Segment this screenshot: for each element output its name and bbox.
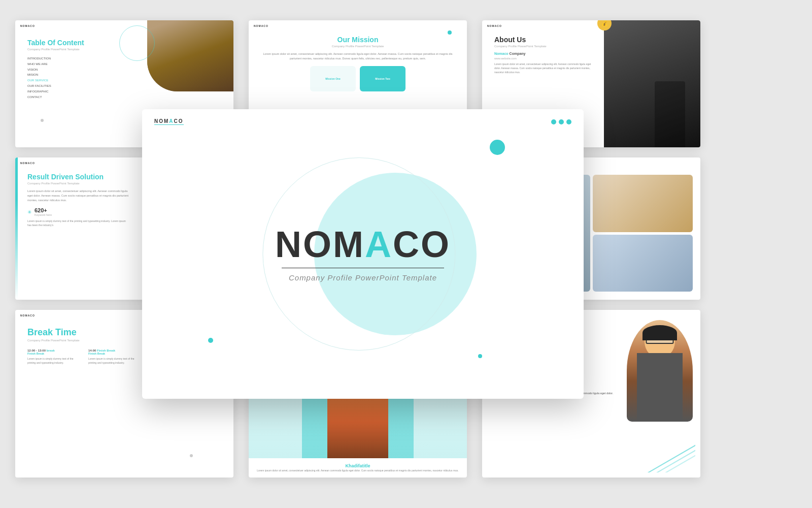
toc-item: CONTACT xyxy=(27,94,221,100)
mission-title: Our Mission xyxy=(261,36,455,44)
mission-logo: NOMACO xyxy=(254,24,268,27)
person-name: Khadifatitle xyxy=(256,463,459,468)
break-dot xyxy=(190,454,193,457)
mission-card-1: Mission One xyxy=(310,66,356,91)
about-url: www.website.com xyxy=(494,57,596,60)
person-info: Khadifatitle Lorem ipsum dolor sit amet,… xyxy=(249,458,467,478)
result-stat-desc: Lorem ipsum is simply dummy text of the … xyxy=(27,219,129,227)
break-logo: NOMACO xyxy=(20,314,35,317)
about-desc: Lorem ipsum dolor sit amet, consectetuer… xyxy=(494,62,596,74)
main-slide[interactable]: NOMACO NOMACO xyxy=(142,109,584,399)
about-logo: NOMACO xyxy=(487,24,502,27)
break-time1-desc: Lorem ipsum is simply dummy text of the … xyxy=(27,357,78,365)
main-circle-small-tr xyxy=(490,140,505,155)
main-slide-header: NOMACO xyxy=(154,118,571,125)
header-dot-2 xyxy=(559,119,564,124)
mission-body: Lorem ipsum dolor sit amet, consectetuer… xyxy=(261,52,455,61)
break-time1-title: Finish Break xyxy=(27,352,78,355)
header-dot-3 xyxy=(566,119,571,124)
header-dot-1 xyxy=(551,119,556,124)
team-photo-tr xyxy=(593,175,693,232)
break-time2-title: Finish Break xyxy=(88,352,139,355)
main-brand-text: NOMACO xyxy=(275,226,451,263)
mission-subtitle: Company Profile PowerPoint Template xyxy=(261,45,455,48)
main-tagline: Company Profile PowerPoint Template xyxy=(289,273,437,282)
team-photo-br xyxy=(593,235,693,292)
toc-dot xyxy=(41,119,44,122)
toc-image xyxy=(147,20,233,91)
mission-card-2: Mission Two xyxy=(360,66,405,91)
about-company: Nomaco Company xyxy=(494,52,596,55)
main-dot-br xyxy=(478,354,482,358)
about-image xyxy=(604,20,700,147)
toc-circle-deco xyxy=(119,25,155,61)
slides-container: NOMACO Table Of Content Company Profile … xyxy=(0,0,812,508)
main-logo-text: NOMACO xyxy=(154,118,184,125)
main-logo-area: NOMACO Company Profile PowerPoint Templa… xyxy=(142,109,584,399)
main-dot-bl xyxy=(208,338,213,343)
stats-photo-area xyxy=(601,310,695,478)
result-logo: NOMACO xyxy=(20,162,35,165)
toc-logo: NOMACO xyxy=(20,24,35,27)
main-header-dots xyxy=(551,119,571,124)
result-stat-icon: ✳ xyxy=(27,209,31,215)
person-desc: Lorem ipsum dolor sit amet, consectetuer… xyxy=(256,468,459,472)
break-time2-desc: Lorem ipsum is simply dummy text of the … xyxy=(88,357,139,365)
result-accent-bar xyxy=(15,157,18,300)
result-stat-number: 620+ xyxy=(35,207,52,213)
main-divider xyxy=(282,268,444,269)
result-stat-label: Keyword here xyxy=(35,213,52,216)
result-desc: Lorem ipsum dolor sit amet, consectetuer… xyxy=(27,189,129,202)
mission-cards: Mission One Mission Two xyxy=(261,66,455,91)
mission-dot-tr xyxy=(448,30,452,35)
